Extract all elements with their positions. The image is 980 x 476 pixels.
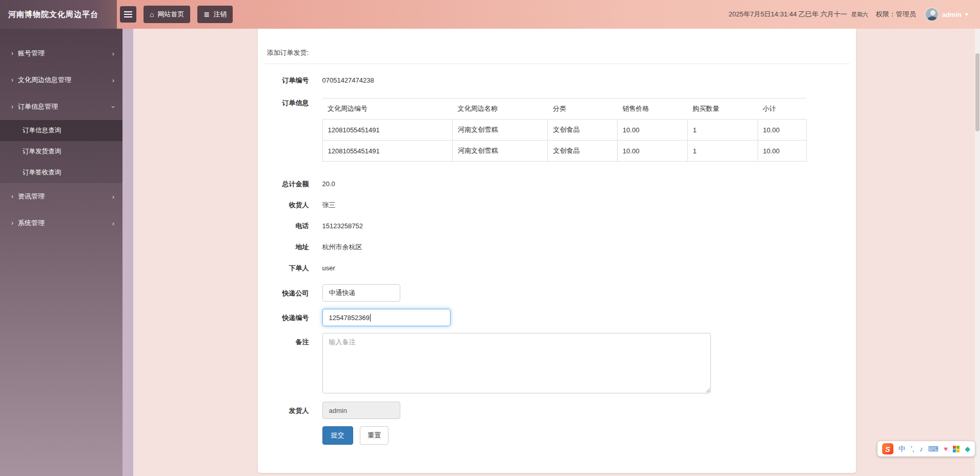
table-cell: 河南文创雪糕	[453, 120, 548, 141]
sidebar-item-order-info-query[interactable]: 订单信息查询	[0, 120, 122, 141]
orderer-label: 下单人	[267, 263, 309, 273]
submenu-item-label: 订单信息查询	[23, 126, 61, 135]
sidebar-item-label: 系统管理	[18, 219, 45, 228]
courier-input[interactable]	[322, 284, 400, 302]
table-cell: 12081055451491	[322, 120, 453, 141]
scrollbar-thumb[interactable]	[975, 53, 979, 131]
sidebar-item-label: 订单信息管理	[18, 102, 58, 111]
receiver-row: 收货人 张三	[267, 200, 847, 210]
table-cell: 10.00	[758, 141, 806, 162]
ime-logo-icon[interactable]: S	[882, 443, 893, 454]
chevron-right-icon: ›	[112, 76, 114, 84]
submit-button[interactable]: 提交	[322, 426, 353, 445]
sidebar-item-culture-info-management[interactable]: › 文化周边信息管理 ›	[0, 67, 122, 93]
tracking-label: 快递编号	[267, 309, 309, 326]
table-cell: 12081055451491	[322, 141, 453, 162]
sidebar-item-system-management[interactable]: › 系统管理 ›	[0, 210, 122, 236]
total-value: 20.0	[322, 179, 335, 189]
chevron-right-icon: ›	[11, 103, 13, 110]
phone-label: 电话	[267, 221, 309, 231]
logout-icon: ≣	[203, 11, 210, 18]
vertical-scrollbar[interactable]	[975, 29, 980, 476]
avatar	[925, 7, 939, 22]
receiver-label: 收货人	[267, 200, 309, 210]
heart-icon[interactable]: ♥	[944, 445, 948, 452]
courier-label: 快递公司	[267, 284, 309, 302]
shipper-label: 发货人	[267, 402, 309, 419]
chevron-right-icon: ›	[112, 193, 114, 201]
chevron-right-icon: ›	[11, 50, 13, 57]
skin-icon[interactable]: ◆	[965, 445, 970, 452]
sidebar-item-news-management[interactable]: › 资讯管理 ›	[0, 183, 122, 210]
table-row: 12081055451491 河南文创雪糕 文创食品 10.00 1 10.00	[322, 141, 806, 162]
mic-icon[interactable]: ♪	[920, 445, 923, 452]
phone-row: 电话 15123258752	[267, 221, 847, 231]
logout-label: 注销	[213, 10, 227, 19]
table-cell: 10.00	[758, 120, 806, 141]
sidebar-item-label: 账号管理	[18, 49, 45, 58]
table-header-cell: 小计	[758, 98, 806, 120]
orderer-row: 下单人 user	[267, 263, 847, 273]
punctuation-icon[interactable]: ’,	[911, 445, 914, 452]
table-cell: 河南文创雪糕	[453, 141, 548, 162]
order-number-row: 订单编号 07051427474238	[267, 75, 847, 86]
sidebar-toggle-button[interactable]	[120, 6, 136, 23]
chevron-right-icon: ›	[11, 220, 13, 227]
chevron-down-icon: ›	[109, 106, 117, 108]
table-header-cell: 文化周边编号	[322, 98, 453, 120]
buttons-row: 提交 重置	[267, 426, 847, 445]
tracking-input[interactable]: 12547852369	[322, 309, 451, 326]
submenu-item-label: 订单签收查询	[23, 168, 61, 177]
receiver-value: 张三	[322, 200, 336, 210]
table-header-cell: 购买数量	[687, 98, 758, 120]
tracking-input-value: 12547852369	[329, 314, 370, 322]
ime-toolbar: S 中 ’, ♪ ⌨ ♥ ◆	[877, 441, 975, 457]
table-cell: 1	[687, 120, 758, 141]
table-cell: 10.00	[617, 141, 687, 162]
weekday-text: 星期六	[851, 11, 868, 18]
table-cell: 10.00	[617, 120, 687, 141]
address-value: 杭州市余杭区	[322, 242, 362, 252]
address-label: 地址	[267, 242, 309, 252]
user-menu[interactable]: admin	[925, 7, 969, 22]
sidebar: › 账号管理 › › 文化周边信息管理 › › 订单信息管理 › 订单信息查询 …	[0, 29, 122, 476]
table-header-cell: 分类	[548, 98, 618, 120]
sidebar-item-account-management[interactable]: › 账号管理 ›	[0, 40, 122, 67]
remark-textarea[interactable]	[322, 333, 711, 393]
sidebar-item-order-shipping-query[interactable]: 订单发货查询	[0, 141, 122, 162]
reset-button[interactable]: 重置	[360, 426, 389, 445]
table-header-row: 文化周边编号 文化周边名称 分类 销售价格 购买数量 小计	[322, 98, 806, 120]
top-header: 河南博物院文化周边平台 ⌂ 网站首页 ≣ 注销 2025年7月5日14:31:4…	[0, 0, 980, 29]
shipper-input	[322, 402, 400, 419]
table-cell: 文创食品	[548, 141, 618, 162]
app-title: 河南博物院文化周边平台	[0, 0, 117, 29]
role-text: 权限：管理员	[876, 10, 916, 19]
apps-grid-icon[interactable]	[953, 446, 959, 452]
chinese-mode-icon[interactable]: 中	[899, 445, 906, 452]
home-nav-label: 网站首页	[157, 10, 184, 19]
form-buttons: 提交 重置	[322, 426, 389, 445]
home-nav-button[interactable]: ⌂ 网站首页	[144, 6, 190, 23]
shipment-form: 订单编号 07051427474238 订单信息 文化周边编号 文化周边名称 分…	[258, 64, 856, 445]
home-icon: ⌂	[150, 11, 154, 18]
username-text: admin	[942, 11, 962, 18]
total-label: 总计金额	[267, 179, 309, 189]
sidebar-item-order-management[interactable]: › 订单信息管理 ›	[0, 93, 122, 120]
logout-button[interactable]: ≣ 注销	[197, 6, 233, 23]
chevron-down-icon	[965, 13, 969, 16]
chevron-right-icon: ›	[112, 220, 114, 227]
tracking-row: 快递编号 12547852369	[267, 309, 847, 326]
order-info-label: 订单信息	[267, 98, 309, 162]
submenu-item-label: 订单发货查询	[23, 147, 61, 156]
courier-row: 快递公司	[267, 284, 847, 302]
add-shipment-card: 添加订单发货: 订单编号 07051427474238 订单信息 文化周边编号 …	[258, 29, 856, 473]
sidebar-item-order-receipt-query[interactable]: 订单签收查询	[0, 162, 122, 183]
datetime-text: 2025年7月5日14:31:44 乙巳年 六月十一	[728, 10, 847, 19]
text-cursor	[370, 314, 371, 322]
chevron-right-icon: ›	[112, 50, 114, 57]
chevron-right-icon: ›	[11, 76, 13, 84]
keyboard-icon[interactable]: ⌨	[928, 445, 938, 452]
card-title: 添加订单发货:	[264, 29, 850, 64]
sidebar-strip	[122, 29, 133, 476]
order-info-row: 订单信息 文化周边编号 文化周边名称 分类 销售价格 购买数量 小计	[267, 98, 847, 162]
